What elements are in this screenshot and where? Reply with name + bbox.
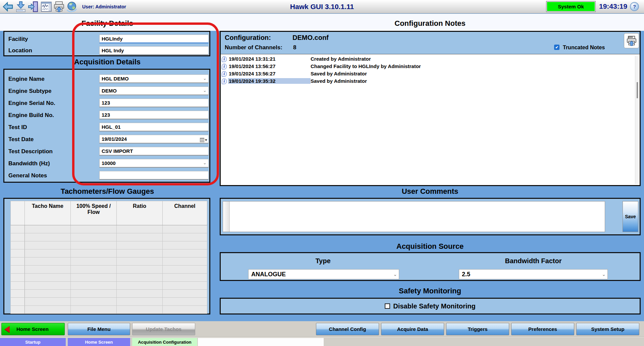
note-time: 19/01/2024 13:56:27: [228, 71, 311, 76]
tacho-table[interactable]: Tacho Name 100% Speed / Flow Ratio Chann…: [10, 201, 207, 314]
tacho-empty-row[interactable]: [11, 257, 207, 266]
location-input[interactable]: [99, 46, 209, 55]
bandwidth-factor-select[interactable]: 2.5 ⌄: [459, 269, 608, 279]
note-text: Saved by Administrator: [311, 78, 367, 84]
facility-details-heading: Facility Details: [23, 19, 191, 28]
tacho-empty-row[interactable]: [11, 298, 207, 306]
safety-monitoring-panel: Disable Safety Monitoring: [220, 298, 641, 314]
bandwidth-label: Bandwidth (Hz): [8, 160, 50, 167]
file-menu-button[interactable]: File Menu: [68, 323, 130, 335]
hawk-gui-screen: User: Administrator Hawk GUI 3.10.1.11 S…: [0, 0, 644, 346]
clock: 19:43:19: [599, 2, 627, 10]
engine-name-label: Engine Name: [8, 76, 45, 82]
chevron-down-icon: ⌄: [602, 270, 606, 279]
acquire-data-button[interactable]: Acquire Data: [381, 323, 444, 335]
test-id-label: Test ID: [8, 124, 27, 131]
engine-serial-input[interactable]: [99, 99, 209, 107]
channels-label: Number of Channels:: [225, 44, 282, 51]
notes-scrollbar[interactable]: [635, 56, 639, 184]
tacho-col-speed: 100% Speed / Flow: [71, 201, 117, 225]
tacho-empty-row[interactable]: [11, 225, 207, 233]
source-type-select[interactable]: ANALOGUE ⌄: [248, 269, 399, 279]
facility-input[interactable]: [99, 35, 209, 43]
chevron-down-icon: ⌄: [203, 159, 207, 167]
bottom-bar-divider: [0, 337, 644, 337]
acquisition-source-panel: Type ANALOGUE ⌄ Bandwidth Factor 2.5 ⌄: [220, 252, 641, 281]
engine-name-select[interactable]: HGL DEMO ⌄: [99, 74, 209, 83]
tacho-panel: Tacho Name 100% Speed / Flow Ratio Chann…: [3, 198, 210, 314]
truncated-notes-checkbox[interactable]: ✔: [554, 45, 559, 50]
tacho-empty-row[interactable]: [11, 233, 207, 241]
system-status-indicator[interactable]: System Ok: [546, 1, 595, 12]
tacho-empty-row[interactable]: [11, 274, 207, 282]
source-type-label: Type: [239, 257, 407, 265]
save-comments-button[interactable]: Save: [623, 201, 638, 232]
note-text: Saved by Administrator: [311, 71, 367, 76]
tacho-empty-row[interactable]: [11, 290, 207, 298]
facility-label: Facility: [8, 36, 28, 43]
channel-config-button[interactable]: Channel Config: [316, 323, 379, 335]
note-time: 19/01/2024 13:56:27: [228, 63, 311, 69]
engine-subtype-value: DEMO: [102, 88, 117, 94]
system-setup-button[interactable]: System Setup: [576, 323, 639, 335]
bandwidth-value: 10000: [102, 160, 116, 166]
user-comments-panel: Save: [220, 198, 641, 235]
engine-serial-label: Engine Serial No.: [8, 100, 55, 107]
chevron-down-icon: ⌄: [203, 87, 207, 94]
note-text: Created by Administrator: [311, 56, 371, 62]
back-triangle-icon: [5, 326, 10, 333]
top-toolbar: User: Administrator Hawk GUI 3.10.1.11 S…: [0, 0, 644, 13]
tab-strip-filler: [198, 338, 324, 346]
bandwidth-factor-value: 2.5: [462, 271, 470, 278]
acquisition-source-heading: Acquisition Source: [343, 242, 517, 251]
print-notes-button[interactable]: [624, 33, 639, 48]
safety-monitoring-heading: Safety Monitoring: [343, 287, 517, 295]
configuration-notes-header: Configuration: DEMO.conf Number of Chann…: [221, 32, 640, 54]
facility-details-panel: Facility Location: [3, 31, 210, 56]
configuration-label: Configuration:: [225, 34, 271, 42]
printer-icon: [626, 35, 637, 47]
tab-startup[interactable]: Startup: [0, 338, 66, 346]
date-dropdown-arrow-icon: ▾: [205, 136, 207, 143]
location-label: Location: [8, 47, 32, 54]
preferences-button[interactable]: Preferences: [511, 323, 574, 335]
info-icon: i: [222, 71, 227, 77]
test-id-input[interactable]: [99, 123, 209, 131]
configuration-notes-panel: Configuration: DEMO.conf Number of Chann…: [220, 31, 641, 186]
chevron-down-icon: ⌄: [203, 75, 207, 82]
tacho-col-ratio: Ratio: [117, 201, 163, 225]
triggers-button[interactable]: Triggers: [446, 323, 509, 335]
truncated-notes-label: Truncated Notes: [563, 45, 605, 51]
tacho-empty-row[interactable]: [11, 241, 207, 249]
test-date-picker[interactable]: 19/01/2024 ▾: [99, 135, 209, 143]
engine-build-input[interactable]: [99, 111, 209, 119]
acquisition-details-panel: Engine Name HGL DEMO ⌄ Engine Subtype DE…: [3, 69, 210, 183]
tacho-empty-row[interactable]: [11, 306, 207, 314]
engine-subtype-select[interactable]: DEMO ⌄: [99, 86, 209, 95]
tacho-empty-row[interactable]: [11, 266, 207, 274]
source-type-value: ANALOGUE: [251, 271, 286, 278]
acquisition-details-heading: Acquisition Details: [23, 58, 191, 66]
general-notes-input[interactable]: [99, 171, 209, 180]
test-description-input[interactable]: [99, 147, 209, 156]
note-time: 19/01/2024 19:35:32: [228, 78, 311, 84]
configuration-notes-heading: Configuration Notes: [343, 19, 517, 28]
info-icon: i: [222, 64, 227, 69]
bandwidth-select[interactable]: 10000 ⌄: [99, 159, 209, 168]
test-date-value: 19/01/2024: [102, 136, 127, 142]
info-icon: i: [222, 78, 227, 84]
tacho-empty-row[interactable]: [11, 249, 207, 257]
test-date-label: Test Date: [8, 136, 34, 143]
user-comments-textarea[interactable]: [223, 201, 605, 232]
chevron-down-icon: ⌄: [393, 270, 397, 279]
home-screen-button[interactable]: Home Screen: [1, 323, 65, 335]
tacho-col-selector: [11, 201, 25, 225]
info-icon: i: [222, 56, 227, 62]
tab-home-screen[interactable]: Home Screen: [68, 338, 130, 346]
notes-scrollbar-thumb[interactable]: [637, 82, 638, 98]
help-icon[interactable]: ?: [630, 2, 639, 11]
test-description-label: Test Description: [8, 148, 53, 155]
disable-safety-checkbox[interactable]: [385, 303, 390, 309]
tab-acquisition-configuration[interactable]: Acquisition Configuration: [132, 338, 197, 346]
tacho-empty-row[interactable]: [11, 282, 207, 290]
